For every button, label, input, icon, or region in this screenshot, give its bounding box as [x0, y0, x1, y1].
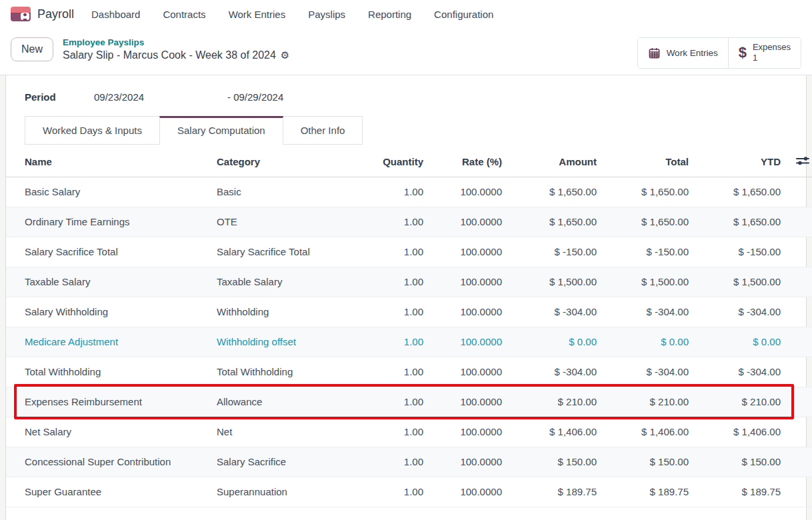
cell-name[interactable]: Ordinary Time Earnings — [6, 207, 217, 237]
cell-category[interactable]: OTE — [217, 207, 362, 237]
nav-item-reporting[interactable]: Reporting — [368, 9, 411, 20]
cell-category[interactable]: Taxable Salary — [217, 267, 362, 297]
cell-name[interactable]: Net Salary — [6, 417, 217, 447]
cell-rate[interactable]: 100.0000 — [430, 207, 509, 237]
cell-ytd[interactable]: $ 1,650.00 — [695, 177, 787, 207]
cell-name[interactable]: Super Guarantee — [6, 477, 217, 507]
cell-ytd[interactable]: $ 1,500.00 — [695, 267, 787, 297]
cell-quantity[interactable]: 1.00 — [362, 297, 430, 327]
cell-quantity[interactable]: 1.00 — [362, 447, 430, 477]
cell-amount[interactable]: $ 189.75 — [509, 477, 603, 507]
cell-name[interactable]: Taxable Salary — [6, 267, 217, 297]
payslip-line-row[interactable]: Salary Sacrifice Total Salary Sacrifice … — [6, 237, 812, 267]
payslip-line-row[interactable]: Super Guarantee Superannuation 1.00 100.… — [6, 477, 812, 507]
payslip-line-row[interactable]: Ordinary Time Earnings OTE 1.00 100.0000… — [6, 207, 812, 237]
tab-other-info[interactable]: Other Info — [283, 116, 363, 145]
cell-rate[interactable]: 100.0000 — [430, 447, 509, 477]
cell-total[interactable]: $ 1,650.00 — [603, 177, 695, 207]
period-start-field[interactable]: 09/23/2024 — [94, 91, 227, 103]
cell-rate[interactable]: 100.0000 — [430, 387, 509, 417]
cell-amount[interactable]: $ 210.00 — [509, 387, 603, 417]
payslip-line-row[interactable]: Concessional Super Contribution Salary S… — [6, 447, 812, 477]
cell-name[interactable]: Basic Salary — [6, 177, 217, 207]
cell-rate[interactable]: 100.0000 — [430, 477, 509, 507]
cell-quantity[interactable]: 1.00 — [362, 477, 430, 507]
expenses-button[interactable]: $ Expenses 1 — [728, 38, 801, 68]
cell-amount[interactable]: $ -304.00 — [509, 357, 603, 387]
cell-name[interactable]: Medicare Adjustment — [6, 327, 217, 357]
cell-rate[interactable]: 100.0000 — [430, 237, 509, 267]
cell-amount[interactable]: $ 150.00 — [509, 447, 603, 477]
cell-name[interactable]: Expenses Reimbursement — [6, 387, 217, 417]
cell-ytd[interactable]: $ -304.00 — [695, 357, 787, 387]
cell-ytd[interactable]: $ -304.00 — [695, 297, 787, 327]
cell-ytd[interactable]: $ 1,650.00 — [695, 207, 787, 237]
cell-total[interactable]: $ 1,650.00 — [603, 207, 695, 237]
period-end-field[interactable]: - 09/29/2024 — [227, 91, 283, 103]
nav-item-payslips[interactable]: Payslips — [308, 9, 345, 20]
cell-quantity[interactable]: 1.00 — [362, 357, 430, 387]
cell-ytd[interactable]: $ 1,406.00 — [695, 417, 787, 447]
app-name[interactable]: Payroll — [37, 7, 74, 21]
cell-amount[interactable]: $ 1,650.00 — [509, 207, 603, 237]
cell-category[interactable]: Salary Sacrifice Total — [217, 237, 362, 267]
cell-quantity[interactable]: 1.00 — [362, 207, 430, 237]
cell-total[interactable]: $ 210.00 — [603, 387, 695, 417]
cell-total[interactable]: $ -304.00 — [603, 297, 695, 327]
payslip-line-row[interactable]: Basic Salary Basic 1.00 100.0000 $ 1,650… — [6, 177, 812, 207]
cell-category[interactable]: Withholding offset — [217, 327, 362, 357]
cell-rate[interactable]: 100.0000 — [430, 327, 509, 357]
cell-category[interactable]: Basic — [217, 177, 362, 207]
payslip-line-row[interactable]: Net Salary Net 1.00 100.0000 $ 1,406.00 … — [6, 417, 812, 447]
cell-ytd[interactable]: $ -150.00 — [695, 237, 787, 267]
cell-name[interactable]: Total Withholding — [6, 357, 217, 387]
tab-salary-computation[interactable]: Salary Computation — [159, 116, 283, 145]
cell-amount[interactable]: $ 1,500.00 — [509, 267, 603, 297]
cell-category[interactable]: Withholding — [217, 297, 362, 327]
cell-quantity[interactable]: 1.00 — [362, 237, 430, 267]
sliders-icon[interactable] — [796, 155, 809, 166]
cell-ytd[interactable]: $ 189.75 — [695, 477, 787, 507]
cell-quantity[interactable]: 1.00 — [362, 417, 430, 447]
cell-category[interactable]: Net — [217, 417, 362, 447]
cell-quantity[interactable]: 1.00 — [362, 387, 430, 417]
cell-category[interactable]: Superannuation — [217, 477, 362, 507]
payslip-line-row[interactable]: Expenses Reimbursement Allowance 1.00 10… — [6, 387, 812, 417]
cell-quantity[interactable]: 1.00 — [362, 267, 430, 297]
cell-total[interactable]: $ 189.75 — [603, 477, 695, 507]
payslip-line-row[interactable]: Salary Withholding Withholding 1.00 100.… — [6, 297, 812, 327]
cell-total[interactable]: $ 1,406.00 — [603, 417, 695, 447]
cell-rate[interactable]: 100.0000 — [430, 417, 509, 447]
cell-ytd[interactable]: $ 0.00 — [695, 327, 787, 357]
nav-item-dashboard[interactable]: Dashboard — [91, 9, 140, 20]
cell-total[interactable]: $ 150.00 — [603, 447, 695, 477]
cell-amount[interactable]: $ 0.00 — [509, 327, 603, 357]
cell-rate[interactable]: 100.0000 — [430, 357, 509, 387]
gear-icon[interactable]: ⚙ — [281, 49, 289, 62]
payroll-app-icon[interactable] — [11, 7, 31, 21]
cell-amount[interactable]: $ -304.00 — [509, 297, 603, 327]
payslip-line-row[interactable]: Total Withholding Total Withholding 1.00… — [6, 357, 812, 387]
cell-amount[interactable]: $ -150.00 — [509, 237, 603, 267]
cell-ytd[interactable]: $ 150.00 — [695, 447, 787, 477]
cell-rate[interactable]: 100.0000 — [430, 177, 509, 207]
cell-category[interactable]: Allowance — [217, 387, 362, 417]
cell-ytd[interactable]: $ 210.00 — [695, 387, 787, 417]
nav-item-configuration[interactable]: Configuration — [434, 9, 493, 20]
cell-category[interactable]: Salary Sacrifice — [217, 447, 362, 477]
cell-total[interactable]: $ 1,500.00 — [603, 267, 695, 297]
cell-rate[interactable]: 100.0000 — [430, 267, 509, 297]
cell-quantity[interactable]: 1.00 — [362, 327, 430, 357]
cell-rate[interactable]: 100.0000 — [430, 297, 509, 327]
cell-name[interactable]: Salary Withholding — [6, 297, 217, 327]
breadcrumb-parent-link[interactable]: Employee Payslips — [63, 37, 289, 49]
cell-amount[interactable]: $ 1,406.00 — [509, 417, 603, 447]
work-entries-button[interactable]: Work Entries — [638, 38, 728, 68]
cell-quantity[interactable]: 1.00 — [362, 177, 430, 207]
nav-item-work-entries[interactable]: Work Entries — [229, 9, 286, 20]
cell-category[interactable]: Total Withholding — [217, 357, 362, 387]
nav-item-contracts[interactable]: Contracts — [163, 9, 205, 20]
cell-total[interactable]: $ -304.00 — [603, 357, 695, 387]
cell-amount[interactable]: $ 1,650.00 — [509, 177, 603, 207]
cell-total[interactable]: $ 0.00 — [603, 327, 695, 357]
